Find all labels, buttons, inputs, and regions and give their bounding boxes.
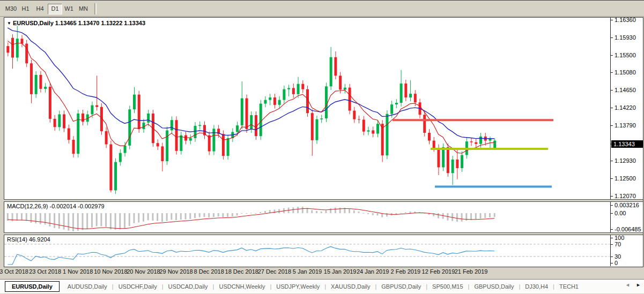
tab-scroll-right-icon[interactable]: ► (636, 282, 641, 288)
macd-pane[interactable] (4, 201, 610, 232)
mt4-window: M30H1H4D1W1MN ▼ EURUSD,Daily 1.13465 1.1… (0, 0, 644, 294)
chart-tab-xauusd-daily[interactable]: XAUUSD,Daily (326, 281, 375, 292)
chart-tab-eurusd-daily[interactable]: EURUSD,Daily (5, 281, 60, 292)
chart-tab-sp500-m15[interactable]: SP500,M15 (427, 281, 468, 292)
chart-tab-usdcnh-weekly[interactable]: USDCNH,Weekly (214, 281, 270, 292)
chart-tab-gbpusd-daily[interactable]: GBPUSD,Daily (376, 281, 426, 292)
chart-tab-gbpusd-daily[interactable]: GBPUSD,Daily (469, 281, 519, 292)
main-chart-pane[interactable] (4, 18, 610, 199)
chart-tab-usdjpy-weekly[interactable]: USDJPY,Weekly (271, 281, 324, 292)
chart-tab-audusd-daily[interactable]: AUDUSD,Daily (63, 281, 112, 292)
chart-tab-dj30-h4[interactable]: DJ30,H4 (520, 281, 553, 292)
date-axis[interactable] (4, 267, 610, 278)
chart-tab-usdcad-daily[interactable]: USDCAD,Daily (164, 281, 213, 292)
tab-scroll-left-icon[interactable]: ◄ (625, 282, 630, 288)
price-axis[interactable] (611, 18, 643, 266)
rsi-pane[interactable] (4, 235, 610, 265)
chart-tab-bar: EURUSD,DailyAUDUSD,Daily|USDCHF,Daily|US… (0, 279, 644, 293)
chart-tab-tech1[interactable]: TECH1 (554, 281, 583, 292)
chart-tab-usdchf-daily[interactable]: USDCHF,Daily (114, 281, 162, 292)
